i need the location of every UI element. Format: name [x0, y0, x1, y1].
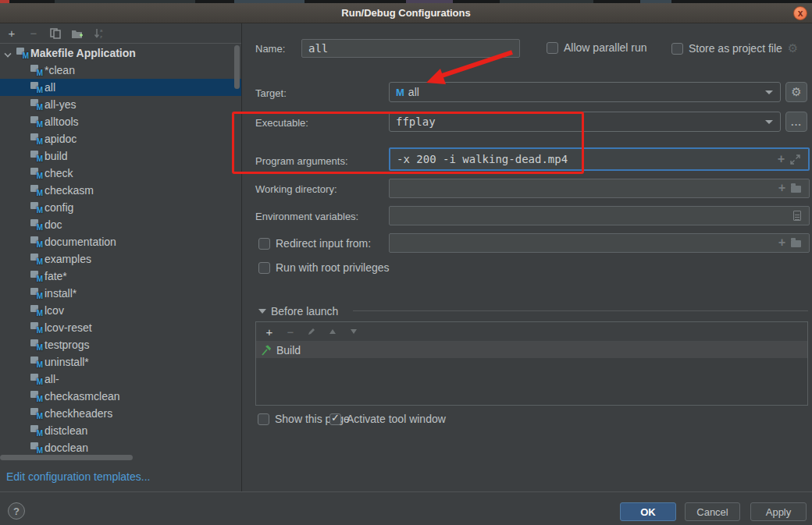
executable-value: ffplay: [396, 115, 436, 128]
chevron-down-icon[interactable]: [5, 50, 11, 56]
target-dropdown-arrow-icon[interactable]: [765, 90, 773, 94]
target-settings-button[interactable]: ⚙: [785, 82, 807, 102]
remove-configuration-icon[interactable]: −: [27, 27, 40, 40]
remove-task-icon[interactable]: −: [284, 325, 297, 338]
tree-item-label: checkasmclean: [45, 390, 120, 403]
browse-folder-icon[interactable]: [791, 240, 801, 247]
expand-field-icon[interactable]: [790, 154, 800, 165]
edit-configuration-templates-link[interactable]: Edit configuration templates...: [6, 470, 150, 483]
tree-item[interactable]: build: [0, 147, 241, 165]
tree-item[interactable]: checkheaders: [0, 405, 241, 422]
cancel-button[interactable]: Cancel: [685, 502, 740, 521]
run-with-root-privileges-option[interactable]: Run with root privileges: [258, 261, 390, 274]
makefile-icon: [30, 116, 43, 128]
tree-item[interactable]: all-: [0, 371, 241, 388]
tree-item[interactable]: all-yes: [0, 96, 241, 113]
executable-dropdown-arrow-icon[interactable]: [765, 120, 773, 124]
ok-button[interactable]: OK: [620, 502, 676, 521]
tree-item[interactable]: lcov-reset: [0, 319, 241, 336]
store-as-project-file-option[interactable]: Store as project file ⚙: [671, 41, 798, 55]
before-launch-divider: [353, 310, 808, 311]
executable-combobox[interactable]: ffplay: [389, 112, 781, 132]
move-task-up-icon[interactable]: [326, 325, 339, 338]
tree-item-label: all: [45, 81, 55, 94]
before-launch-task-build[interactable]: Build: [256, 342, 807, 358]
tree-item-label: apidoc: [45, 133, 77, 145]
store-options-gear-icon[interactable]: ⚙: [788, 41, 798, 55]
makefile-icon: [30, 425, 43, 437]
new-folder-icon[interactable]: [71, 27, 84, 40]
macros-plus-icon[interactable]: +: [778, 154, 785, 165]
makefile-icon: [30, 236, 43, 248]
make-target-icon: M: [396, 87, 404, 98]
tree-item[interactable]: apidoc: [0, 130, 241, 147]
tree-item-label: fate*: [45, 270, 67, 282]
tree-item[interactable]: config: [0, 199, 241, 216]
allow-parallel-run-checkbox[interactable]: [547, 42, 558, 54]
tree-item[interactable]: install*: [0, 285, 241, 302]
makefile-icon: [30, 82, 43, 94]
tree-item-label: all-: [45, 373, 59, 385]
environment-variables-input[interactable]: [389, 206, 810, 225]
activate-tool-window-checkbox[interactable]: [329, 413, 341, 425]
tree-item[interactable]: checkasmclean: [0, 388, 241, 405]
store-as-project-file-checkbox[interactable]: [671, 43, 683, 55]
apply-button[interactable]: Apply: [750, 502, 807, 521]
name-input[interactable]: all: [301, 39, 520, 58]
gear-icon: ⚙: [791, 85, 801, 99]
working-directory-input[interactable]: +: [389, 179, 810, 198]
allow-parallel-run-option[interactable]: Allow parallel run: [547, 41, 647, 54]
program-arguments-input[interactable]: -x 200 -i walking-dead.mp4 +: [389, 147, 810, 171]
add-configuration-icon[interactable]: +: [5, 27, 18, 40]
tree-item[interactable]: documentation: [0, 233, 241, 250]
tree-item[interactable]: checkasm: [0, 182, 241, 199]
target-combobox[interactable]: M all: [389, 82, 781, 102]
tree-item-label: config: [45, 201, 73, 214]
macros-plus-icon[interactable]: +: [778, 237, 785, 249]
tree-item-label: check: [45, 167, 73, 179]
working-directory-label: Working directory:: [255, 183, 337, 195]
activate-tool-window-option[interactable]: Activate tool window: [329, 413, 446, 425]
edit-task-pencil-icon[interactable]: [305, 325, 318, 338]
sort-alphabetically-icon[interactable]: az: [93, 27, 105, 40]
configurations-tree: Makefile Application *cleanallall-yesall…: [0, 44, 241, 456]
svg-text:z: z: [100, 34, 102, 39]
tree-item[interactable]: alltools: [0, 113, 241, 130]
configurations-sidebar: + − az Makefile Application *cleanallall…: [0, 23, 242, 491]
tree-horizontal-scrollbar[interactable]: [0, 455, 133, 460]
makefile-icon: [30, 408, 43, 420]
copy-configuration-icon[interactable]: [49, 27, 62, 40]
titlebar: Run/Debug Configurations x: [0, 3, 812, 23]
edit-variables-icon[interactable]: [793, 211, 801, 221]
macros-plus-icon[interactable]: +: [778, 183, 785, 194]
makefile-icon: [16, 48, 29, 59]
redirect-input-checkbox[interactable]: [258, 238, 270, 250]
tree-item[interactable]: fate*: [0, 268, 241, 285]
tree-item[interactable]: distclean: [0, 422, 241, 439]
tree-item[interactable]: uninstall*: [0, 353, 241, 371]
makefile-icon: [30, 168, 43, 179]
show-this-page-checkbox[interactable]: [258, 413, 269, 425]
executable-browse-button[interactable]: ...: [785, 112, 807, 132]
tree-item[interactable]: testprogs: [0, 336, 241, 353]
tree-item[interactable]: docclean: [0, 439, 241, 456]
move-task-down-icon[interactable]: [347, 325, 360, 338]
redirect-input-input[interactable]: +: [389, 233, 810, 253]
browse-folder-icon[interactable]: [791, 186, 801, 193]
tree-item[interactable]: lcov: [0, 302, 241, 319]
tree-item[interactable]: doc: [0, 216, 241, 233]
tree-item[interactable]: examples: [0, 250, 241, 268]
tree-item-label: all-yes: [45, 98, 76, 111]
tree-item-label: install*: [45, 287, 77, 300]
tree-vertical-scrollbar[interactable]: [234, 45, 240, 89]
tree-item[interactable]: all: [0, 79, 241, 96]
tree-root-makefile-application[interactable]: Makefile Application: [0, 44, 241, 62]
help-icon[interactable]: ?: [8, 502, 25, 520]
close-icon[interactable]: x: [793, 6, 807, 20]
tree-item[interactable]: *clean: [0, 62, 241, 79]
run-with-root-privileges-checkbox[interactable]: [258, 262, 270, 274]
add-task-icon[interactable]: +: [263, 325, 276, 338]
tree-item[interactable]: check: [0, 165, 241, 182]
before-launch-collapse-icon[interactable]: [258, 309, 266, 314]
redirect-input-option[interactable]: Redirect input from:: [258, 237, 371, 250]
